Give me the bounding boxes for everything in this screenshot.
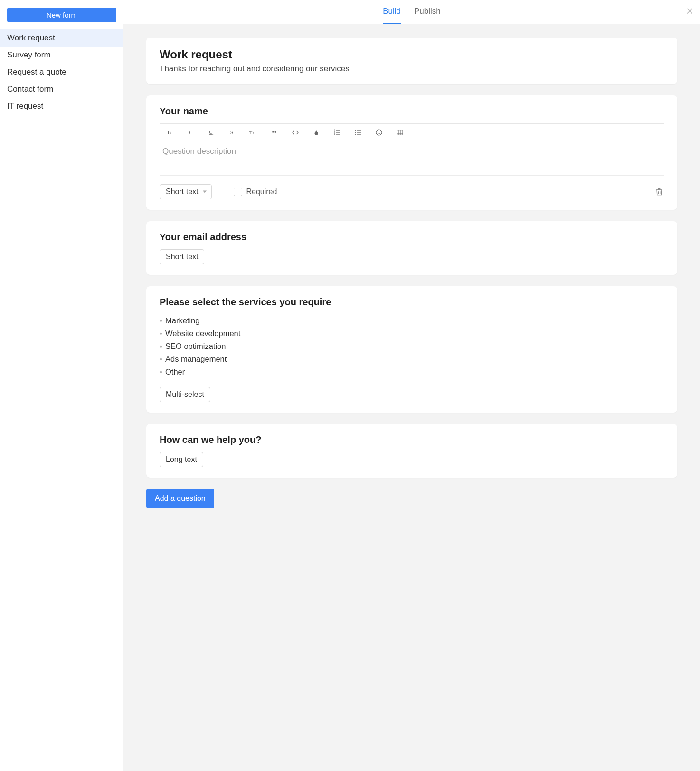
bold-icon[interactable]: B	[165, 128, 175, 137]
form-list: Work requestSurvey formRequest a quoteCo…	[0, 29, 123, 115]
question-type-tag[interactable]: Short text	[160, 249, 204, 264]
tab-publish[interactable]: Publish	[414, 7, 441, 24]
form-title: Work request	[160, 48, 664, 61]
question-title: How can we help you?	[160, 434, 664, 445]
tab-build[interactable]: Build	[383, 7, 401, 24]
svg-text:I: I	[188, 129, 191, 136]
paint-icon[interactable]	[312, 128, 321, 137]
question-card[interactable]: Your email address Short text	[146, 221, 677, 275]
svg-text:I: I	[253, 132, 255, 135]
form-subtitle: Thanks for reaching out and considering …	[160, 64, 664, 74]
question-card[interactable]: How can we help you? Long text	[146, 424, 677, 478]
tabs: BuildPublish	[123, 0, 700, 24]
form-list-item[interactable]: IT request	[0, 98, 123, 115]
svg-text:3: 3	[334, 133, 335, 135]
italic-icon[interactable]: I	[186, 128, 196, 137]
main-panel: × BuildPublish Work request Thanks for r…	[123, 0, 700, 771]
close-icon[interactable]: ×	[686, 5, 693, 17]
option-item: Other	[160, 366, 664, 378]
form-list-item[interactable]: Work request	[0, 29, 123, 47]
svg-point-20	[376, 130, 382, 135]
unordered-list-icon[interactable]	[353, 128, 363, 137]
svg-text:S: S	[230, 129, 234, 136]
question-title: Please select the services you require	[160, 297, 664, 308]
question-card[interactable]: Please select the services you require M…	[146, 286, 677, 413]
svg-point-19	[355, 134, 356, 135]
question-footer: Short text Required	[160, 175, 664, 199]
question-description-input[interactable]	[160, 142, 664, 175]
ordered-list-icon[interactable]: 123	[332, 128, 342, 137]
svg-point-18	[355, 132, 356, 133]
table-icon[interactable]	[395, 128, 405, 137]
content: Work request Thanks for reaching out and…	[123, 24, 700, 532]
question-type-tag[interactable]: Long text	[160, 452, 203, 467]
quote-icon[interactable]	[270, 128, 279, 137]
new-form-button[interactable]: New form	[7, 8, 116, 22]
required-label: Required	[246, 188, 277, 196]
underline-icon[interactable]: U	[207, 128, 217, 137]
code-icon[interactable]	[291, 128, 300, 137]
question-title[interactable]: Your name	[160, 106, 664, 117]
delete-question-icon[interactable]	[654, 187, 664, 197]
form-list-item[interactable]: Request a quote	[0, 64, 123, 81]
heading-icon[interactable]: TI	[249, 128, 258, 137]
sidebar: New form Work requestSurvey formRequest …	[0, 0, 123, 771]
svg-rect-23	[397, 130, 403, 135]
form-list-item[interactable]: Contact form	[0, 81, 123, 98]
required-checkbox-wrap[interactable]: Required	[234, 188, 277, 196]
form-list-item[interactable]: Survey form	[0, 47, 123, 64]
question-type-select[interactable]: Short text	[160, 184, 212, 199]
svg-point-21	[378, 132, 378, 132]
rich-text-toolbar: B I U S TI 123	[160, 123, 664, 142]
option-item: Website development	[160, 327, 664, 340]
required-checkbox[interactable]	[234, 188, 242, 196]
option-list: MarketingWebsite developmentSEO optimiza…	[160, 314, 664, 378]
option-item: Marketing	[160, 314, 664, 327]
svg-point-22	[379, 132, 380, 132]
svg-text:B: B	[167, 129, 171, 136]
svg-point-17	[355, 130, 356, 131]
option-item: Ads management	[160, 353, 664, 366]
option-item: SEO optimization	[160, 340, 664, 353]
add-question-button[interactable]: Add a question	[146, 489, 214, 508]
question-card[interactable]: Your name B I U S TI 123 Short text	[146, 95, 677, 210]
question-title: Your email address	[160, 232, 664, 243]
svg-text:U: U	[209, 130, 213, 135]
question-type-tag[interactable]: Multi-select	[160, 387, 210, 402]
svg-text:T: T	[249, 130, 253, 135]
emoji-icon[interactable]	[374, 128, 384, 137]
strikethrough-icon[interactable]: S	[228, 128, 237, 137]
form-header-card[interactable]: Work request Thanks for reaching out and…	[146, 38, 677, 84]
